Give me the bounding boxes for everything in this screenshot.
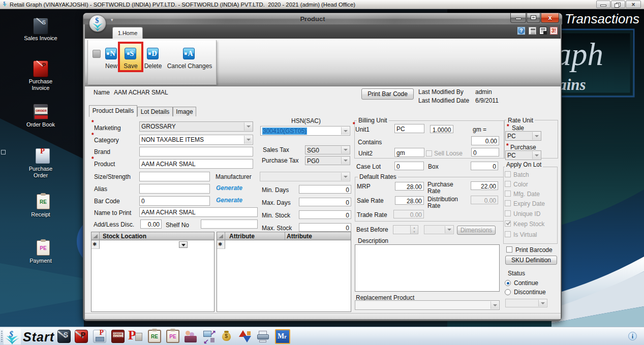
svg-text:Transactions: Transactions [565, 11, 639, 26]
svg-text:$: $ [9, 330, 13, 338]
svg-text:$: $ [4, 1, 6, 6]
svg-text:$: $ [95, 16, 99, 24]
